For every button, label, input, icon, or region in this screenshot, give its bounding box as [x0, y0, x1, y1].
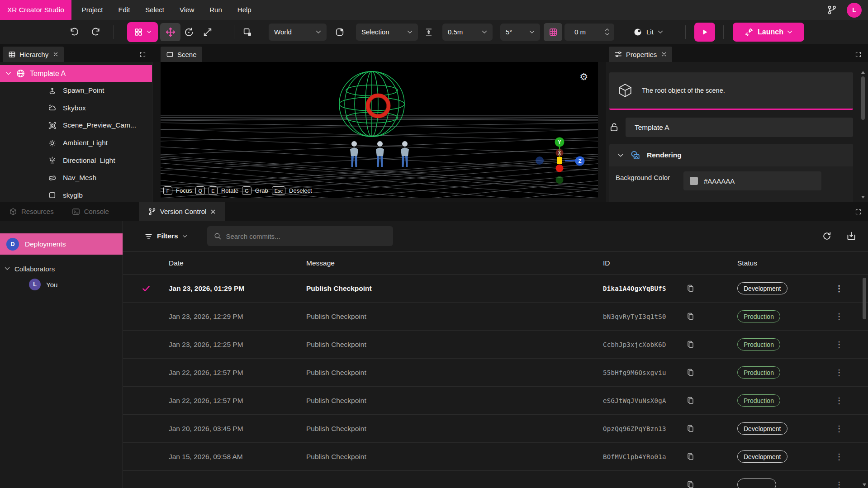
branch-icon[interactable]: [827, 5, 837, 15]
close-icon[interactable]: [661, 52, 667, 57]
scale-tool-button[interactable]: [203, 27, 213, 37]
tree-item-skybox[interactable]: Skybox: [0, 99, 152, 117]
table-row[interactable]: Jan 23, 2026, 12:29 PM Publish Checkpoin…: [123, 303, 868, 331]
lock-open-icon[interactable]: [609, 122, 620, 133]
chevron-down-icon[interactable]: [5, 71, 11, 76]
new-checkpoint-icon[interactable]: [846, 231, 856, 241]
row-menu-icon[interactable]: ⋮: [832, 368, 843, 378]
copy-icon[interactable]: [686, 312, 695, 321]
rendering-section-header[interactable]: Rendering: [609, 144, 853, 166]
row-menu-icon[interactable]: ⋮: [832, 480, 843, 488]
rotate-tool-button[interactable]: [184, 27, 194, 37]
table-row[interactable]: Jan 22, 2026, 12:57 PM Publish Checkpoin…: [123, 359, 868, 387]
redo-button[interactable]: [90, 27, 101, 38]
menu-edit[interactable]: Edit: [110, 0, 138, 20]
tree-item-ambient-light[interactable]: Ambient_Light: [0, 134, 152, 152]
refresh-icon[interactable]: [822, 231, 832, 241]
table-row[interactable]: ⋮: [123, 471, 868, 488]
properties-scrollbar[interactable]: [861, 71, 865, 199]
copy-icon[interactable]: [686, 368, 695, 377]
bounds-toggle-button[interactable]: [335, 27, 345, 37]
rotate-snap-dropdown[interactable]: 5°: [500, 24, 540, 41]
copy-icon[interactable]: [686, 284, 695, 293]
color-swatch[interactable]: [690, 177, 698, 185]
move-snap-dropdown[interactable]: 0.5m: [442, 24, 493, 41]
chevron-down-icon[interactable]: [617, 153, 624, 157]
tab-version-control[interactable]: Version Control: [139, 202, 225, 221]
expand-icon[interactable]: [855, 51, 862, 58]
row-menu-icon[interactable]: ⋮: [832, 312, 843, 322]
object-name-field[interactable]: Template A: [626, 118, 853, 137]
commits-scrollbar[interactable]: [862, 278, 867, 486]
sidebar-item-collaborators[interactable]: Collaborators: [0, 261, 123, 276]
tree-item-scene-preview-cam[interactable]: Scene_Preview_Cam...: [0, 117, 152, 134]
tree-item-spawn-point[interactable]: Spawn_Point: [0, 82, 152, 99]
copy-icon[interactable]: [686, 424, 695, 433]
row-menu-icon[interactable]: ⋮: [832, 452, 843, 462]
menu-select[interactable]: Select: [138, 0, 172, 20]
sidebar-item-you[interactable]: L You: [0, 276, 123, 293]
close-icon[interactable]: [210, 209, 216, 214]
table-row[interactable]: Jan 22, 2026, 12:57 PM Publish Checkpoin…: [123, 387, 868, 415]
drop-to-ground-button[interactable]: [424, 28, 433, 37]
menu-project[interactable]: Project: [74, 0, 111, 20]
sidebar-item-deployments[interactable]: D Deployments: [0, 233, 123, 255]
spawn-ring[interactable]: [364, 92, 392, 120]
expand-icon[interactable]: [855, 208, 862, 215]
snap-grid-toggle[interactable]: [544, 23, 562, 41]
space-dropdown[interactable]: World: [269, 24, 327, 41]
select-mode-button[interactable]: [127, 22, 158, 42]
table-row[interactable]: Jan 23, 2026, 12:25 PM Publish Checkpoin…: [123, 331, 868, 359]
column-header-id[interactable]: ID: [603, 259, 686, 267]
row-menu-icon[interactable]: ⋮: [832, 424, 843, 434]
table-row[interactable]: Jan 15, 2026, 09:58 AM Publish Checkpoin…: [123, 443, 868, 471]
selection-dropdown[interactable]: Selection: [356, 24, 418, 41]
gear-icon[interactable]: ⚙: [579, 72, 588, 81]
menu-view[interactable]: View: [172, 0, 202, 20]
table-row[interactable]: Jan 20, 2026, 03:45 PM Publish Checkpoin…: [123, 415, 868, 443]
axis-gizmo[interactable]: X Y Z: [532, 133, 587, 188]
tab-hierarchy[interactable]: Hierarchy: [3, 47, 64, 62]
copy-icon[interactable]: [686, 480, 695, 488]
expand-icon[interactable]: [139, 51, 146, 58]
tree-item-label: Skybox: [63, 104, 86, 112]
scene-viewport[interactable]: X Y Z ⚙ F Focus Q E Rotate G: [161, 62, 598, 198]
row-menu-icon[interactable]: ⋮: [832, 284, 843, 294]
chevron-down-icon: [407, 30, 413, 34]
close-icon[interactable]: [53, 52, 58, 57]
column-header-status[interactable]: Status: [737, 259, 832, 267]
tree-item-directional-light[interactable]: Directional_Light: [0, 152, 152, 169]
chevron-down-icon[interactable]: [5, 267, 10, 270]
search-commits-input[interactable]: [226, 232, 387, 240]
row-menu-icon[interactable]: ⋮: [832, 396, 843, 406]
undo-button[interactable]: [69, 27, 80, 38]
column-header-message[interactable]: Message: [306, 259, 603, 267]
menu-run[interactable]: Run: [202, 0, 230, 20]
table-row[interactable]: Jan 23, 2026, 01:29 PM Publish Checkpoin…: [123, 275, 868, 303]
background-color-input[interactable]: #AAAAAA: [683, 171, 821, 190]
tab-resources[interactable]: Resources: [0, 202, 63, 221]
copy-icon[interactable]: [686, 396, 695, 405]
tree-item-skyglb[interactable]: skyglb: [0, 187, 152, 202]
pivot-toggle-button[interactable]: [242, 27, 252, 37]
column-header-date[interactable]: Date: [169, 259, 306, 267]
height-snap-stepper[interactable]: 0 m: [564, 24, 614, 41]
user-avatar[interactable]: L: [847, 3, 862, 18]
launch-button[interactable]: Launch: [733, 23, 804, 42]
tab-console[interactable]: Console: [63, 202, 118, 221]
menu-help[interactable]: Help: [230, 0, 259, 20]
play-button[interactable]: [694, 23, 715, 42]
stepper-arrows[interactable]: [605, 28, 610, 36]
version-control-body: D Deployments Collaborators L You Filter…: [0, 221, 868, 488]
move-tool-button[interactable]: [160, 23, 180, 41]
console-icon: [72, 208, 80, 216]
tab-properties[interactable]: Properties: [609, 47, 672, 62]
row-menu-icon[interactable]: ⋮: [832, 340, 843, 350]
copy-icon[interactable]: [686, 340, 695, 349]
copy-icon[interactable]: [686, 452, 695, 461]
tab-scene[interactable]: Scene: [161, 47, 202, 62]
tree-item-root[interactable]: Template A: [0, 65, 152, 82]
tree-item-nav-mesh[interactable]: Nav_Mesh: [0, 169, 152, 187]
shading-dropdown[interactable]: Lit: [633, 28, 663, 37]
filters-button[interactable]: Filters: [144, 232, 187, 241]
